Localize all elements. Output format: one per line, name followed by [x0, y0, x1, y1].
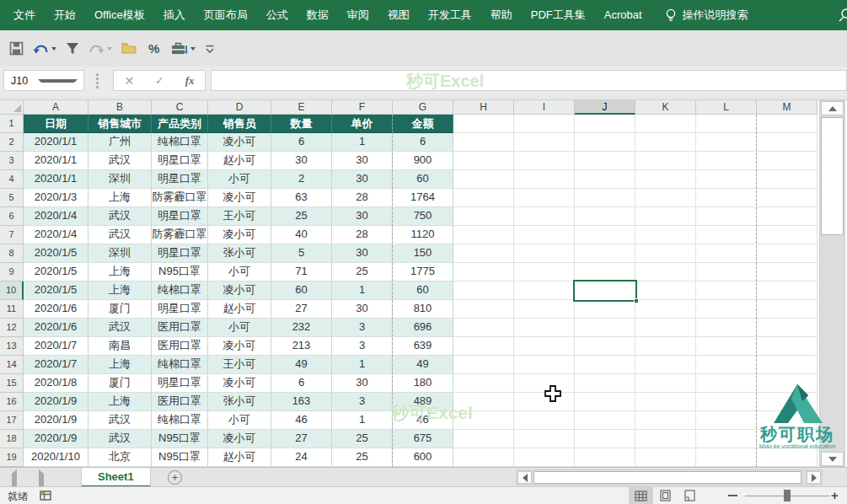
cell-A17[interactable]: 2020/1/9 [24, 411, 88, 430]
cell-J15[interactable] [575, 374, 635, 393]
cell-A3[interactable]: 2020/1/1 [24, 152, 88, 170]
column-header-E[interactable]: E [271, 100, 332, 115]
cell-E13[interactable]: 213 [271, 337, 332, 356]
cell-G9[interactable]: 1775 [393, 263, 453, 281]
cell-A5[interactable]: 2020/1/3 [24, 189, 88, 207]
cell-M13[interactable] [757, 337, 818, 356]
cell-A11[interactable]: 2020/1/6 [24, 300, 88, 319]
cell-C16[interactable]: 医用口罩 [152, 393, 208, 411]
cell-J11[interactable] [575, 300, 635, 319]
cell-H3[interactable] [453, 152, 514, 170]
cell-G12[interactable]: 696 [393, 319, 453, 337]
cell-B9[interactable]: 上海 [88, 263, 152, 281]
cell-D5[interactable]: 凌小可 [208, 189, 271, 207]
cell-E2[interactable]: 6 [271, 133, 332, 152]
page-break-view-button[interactable] [678, 487, 702, 504]
cell-L10[interactable] [696, 281, 757, 300]
cell-H11[interactable] [453, 300, 514, 319]
cell-E8[interactable]: 5 [271, 244, 332, 263]
cell-I14[interactable] [514, 356, 575, 374]
cell-E6[interactable]: 25 [271, 207, 332, 226]
cell-B4[interactable]: 深圳 [88, 170, 152, 189]
cell-L9[interactable] [696, 263, 757, 281]
cell-B19[interactable]: 北京 [88, 448, 152, 467]
ribbon-tab-file[interactable]: 文件 [4, 0, 45, 30]
cell-H2[interactable] [453, 133, 514, 152]
cell-G15[interactable]: 180 [393, 374, 453, 393]
row-header-18[interactable]: 18 [0, 430, 24, 448]
row-header-11[interactable]: 11 [0, 300, 24, 319]
cell-K6[interactable] [635, 207, 696, 226]
cell-J1[interactable] [575, 115, 635, 133]
cell-F4[interactable]: 30 [332, 170, 393, 189]
cell-L6[interactable] [696, 207, 757, 226]
cell-D19[interactable]: 赵小可 [208, 448, 271, 467]
cell-K10[interactable] [635, 281, 696, 300]
cell-I4[interactable] [514, 170, 575, 189]
cell-E4[interactable]: 2 [271, 170, 332, 189]
cell-B1[interactable]: 销售城市 [88, 115, 152, 133]
cell-M1[interactable] [757, 115, 818, 133]
cell-M12[interactable] [757, 319, 818, 337]
cell-E14[interactable]: 49 [271, 356, 332, 374]
cell-A2[interactable]: 2020/1/1 [24, 133, 88, 152]
cell-L3[interactable] [696, 152, 757, 170]
toolbox-dropdown-caret[interactable] [190, 47, 196, 51]
ribbon-tab-help[interactable]: 帮助 [481, 0, 522, 30]
cell-M2[interactable] [757, 133, 818, 152]
cell-J19[interactable] [575, 448, 635, 467]
cell-F1[interactable]: 单价 [332, 115, 393, 133]
cell-D15[interactable]: 凌小可 [208, 374, 271, 393]
cell-H10[interactable] [453, 281, 514, 300]
fill-handle[interactable] [634, 298, 639, 303]
cell-B2[interactable]: 广州 [88, 133, 152, 152]
column-header-H[interactable]: H [453, 100, 514, 115]
cell-G1[interactable]: 金额 [393, 115, 453, 133]
cell-J7[interactable] [575, 226, 635, 244]
cell-J2[interactable] [575, 133, 635, 152]
cell-B17[interactable]: 武汉 [88, 411, 152, 430]
cell-H8[interactable] [453, 244, 514, 263]
open-folder-button[interactable] [120, 40, 138, 56]
cell-D17[interactable]: 小可 [208, 411, 271, 430]
cell-I13[interactable] [514, 337, 575, 356]
cell-E11[interactable]: 27 [271, 300, 332, 319]
vertical-scroll-thumb[interactable] [821, 117, 844, 235]
cell-F10[interactable]: 1 [332, 281, 393, 300]
cell-J6[interactable] [575, 207, 635, 226]
cell-G18[interactable]: 675 [393, 430, 453, 448]
cell-H15[interactable] [453, 374, 514, 393]
cell-B3[interactable]: 武汉 [88, 152, 152, 170]
cell-A12[interactable]: 2020/1/6 [24, 319, 88, 337]
cell-G13[interactable]: 639 [393, 337, 453, 356]
row-header-2[interactable]: 2 [0, 133, 24, 152]
zoom-slider-thumb[interactable] [784, 490, 791, 501]
ribbon-tab-formulas[interactable]: 公式 [257, 0, 298, 30]
cell-H9[interactable] [453, 263, 514, 281]
cell-J9[interactable] [575, 263, 635, 281]
cell-C15[interactable]: 明星口罩 [152, 374, 208, 393]
formula-input[interactable] [211, 70, 847, 91]
cell-M3[interactable] [757, 152, 818, 170]
cell-J17[interactable] [575, 411, 635, 430]
cell-G3[interactable]: 900 [393, 152, 453, 170]
cell-C12[interactable]: 医用口罩 [152, 319, 208, 337]
cell-F2[interactable]: 1 [332, 133, 393, 152]
cell-I17[interactable] [514, 411, 575, 430]
cell-G11[interactable]: 810 [393, 300, 453, 319]
cell-F19[interactable]: 25 [332, 448, 393, 467]
column-header-I[interactable]: I [514, 100, 575, 115]
row-header-13[interactable]: 13 [0, 337, 24, 356]
cell-M5[interactable] [757, 189, 818, 207]
ribbon-tab-office-template[interactable]: Office模板 [85, 0, 154, 30]
scroll-down-button[interactable] [821, 452, 844, 466]
cell-L7[interactable] [696, 226, 757, 244]
save-button[interactable] [8, 40, 25, 57]
cell-L1[interactable] [696, 115, 757, 133]
cell-B11[interactable]: 厦门 [88, 300, 152, 319]
cell-F18[interactable]: 25 [332, 430, 393, 448]
cell-J13[interactable] [575, 337, 635, 356]
cell-C4[interactable]: 明星口罩 [152, 170, 208, 189]
cell-I1[interactable] [514, 115, 575, 133]
scroll-right-button[interactable] [807, 471, 821, 484]
